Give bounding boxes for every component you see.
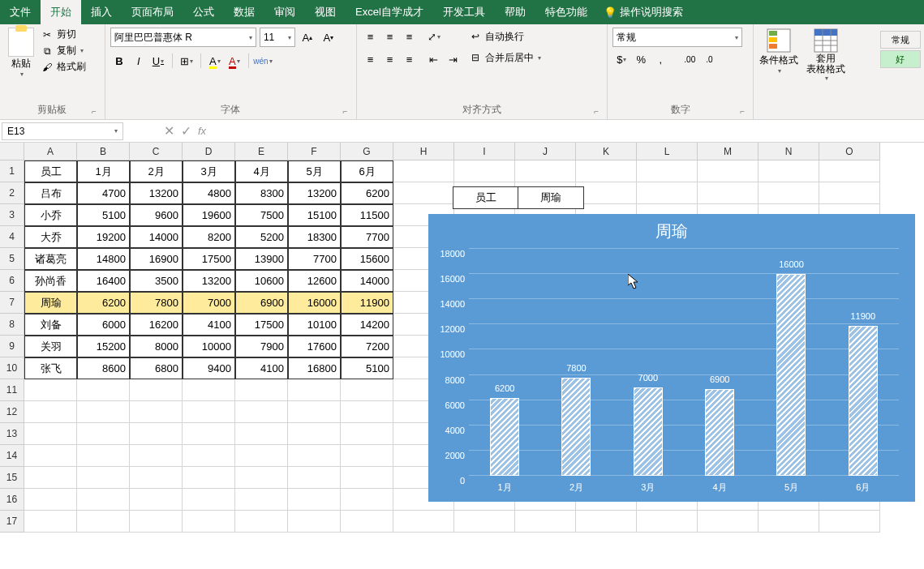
dialog-launcher-icon[interactable]: ⌐ [594,107,604,117]
cell[interactable] [819,182,880,204]
col-header-N[interactable]: N [759,143,819,160]
tab-帮助[interactable]: 帮助 [495,0,535,24]
cell[interactable] [183,423,235,445]
increase-decimal-icon[interactable]: .00 [681,50,698,68]
cell[interactable]: 4100 [235,357,288,379]
cells-container[interactable]: 员工1月2月3月4月5月6月吕布470013200480083001320062… [24,160,924,569]
cell[interactable] [183,467,235,489]
cell[interactable]: 6800 [130,357,183,379]
borders-button[interactable]: ⊞▾ [178,52,196,70]
merge-center-button[interactable]: ⊟合并后居中▾ [469,49,541,66]
pinyin-button[interactable]: wén▾ [254,52,272,70]
cell[interactable]: 刘备 [24,314,77,336]
cell[interactable]: 周瑜 [24,292,77,314]
row-header-5[interactable]: 5 [0,248,24,270]
number-format-select[interactable]: 常规▾ [612,28,742,47]
align-middle-icon[interactable]: ≡ [381,28,399,45]
tab-页面布局[interactable]: 页面布局 [122,0,183,24]
cell[interactable]: 4800 [183,182,235,204]
cell[interactable]: 13200 [288,182,341,204]
cell[interactable]: 16000 [288,292,341,314]
cell[interactable] [637,160,698,182]
cell[interactable] [235,489,288,511]
align-right-icon[interactable]: ≡ [401,50,419,68]
tab-审阅[interactable]: 审阅 [264,0,305,24]
cell[interactable] [130,423,183,445]
col-header-G[interactable]: G [341,143,393,160]
cell[interactable] [341,489,393,511]
cell[interactable]: 8300 [235,182,288,204]
cell[interactable] [183,379,235,401]
cell[interactable]: 7200 [341,336,393,357]
bar[interactable]: 6200 [480,398,529,476]
cell[interactable] [759,511,819,533]
cell[interactable] [288,379,341,401]
col-header-K[interactable]: K [576,143,637,160]
cell[interactable]: 8000 [130,336,183,357]
cell[interactable]: 员工 [24,160,77,182]
cell[interactable]: 6900 [235,292,288,314]
bar[interactable]: 16000 [767,274,815,476]
cell[interactable] [393,511,454,533]
cell[interactable]: 5100 [341,357,393,379]
cell[interactable]: 14200 [341,314,393,336]
cell[interactable]: 1月 [77,160,130,182]
cell[interactable]: 15100 [288,204,341,226]
style-good[interactable]: 好 [880,50,921,68]
cell[interactable]: 5月 [288,160,341,182]
cell[interactable] [288,489,341,511]
cell[interactable] [393,182,454,204]
cell[interactable]: 18300 [288,226,341,248]
col-header-H[interactable]: H [393,143,454,160]
format-as-table-button[interactable]: 套用 表格格式▾ [806,28,846,82]
cell[interactable]: 16900 [130,248,183,270]
cell[interactable]: 11500 [341,204,393,226]
cell[interactable]: 吕布 [24,182,77,204]
tab-特色功能[interactable]: 特色功能 [535,0,597,24]
cell[interactable]: 9400 [183,357,235,379]
cell[interactable] [77,379,130,401]
cell[interactable]: 4700 [77,182,130,204]
cell[interactable] [24,423,77,445]
tab-开发工具[interactable]: 开发工具 [433,0,495,24]
cell[interactable] [341,379,393,401]
row-header-16[interactable]: 16 [0,489,24,511]
cell[interactable]: 6200 [77,292,130,314]
comma-button[interactable]: , [651,50,669,68]
align-bottom-icon[interactable]: ≡ [401,28,419,45]
cell[interactable]: 8200 [183,226,235,248]
cancel-icon[interactable]: ✕ [164,123,174,139]
row-header-6[interactable]: 6 [0,270,24,292]
font-color-button[interactable]: A▾ [226,52,243,70]
row-header-15[interactable]: 15 [0,467,24,489]
cell[interactable] [130,511,183,533]
row-header-13[interactable]: 13 [0,423,24,445]
cell[interactable]: 19600 [183,204,235,226]
chart[interactable]: 周瑜 1800016000140001200010000800060004000… [428,214,915,502]
cell[interactable]: 小乔 [24,204,77,226]
paste-button[interactable]: 粘贴 ▾ [5,28,37,78]
cell[interactable]: 10100 [288,314,341,336]
cell[interactable]: 5100 [77,204,130,226]
bar[interactable]: 7000 [624,387,673,476]
tab-开始[interactable]: 开始 [41,0,81,24]
cell[interactable]: 7500 [235,204,288,226]
cell[interactable]: 2月 [130,160,183,182]
col-header-J[interactable]: J [515,143,576,160]
tab-插入[interactable]: 插入 [81,0,122,24]
row-header-3[interactable]: 3 [0,204,24,226]
align-left-icon[interactable]: ≡ [362,50,380,68]
cell[interactable] [77,423,130,445]
cell[interactable]: 12600 [288,270,341,292]
col-header-B[interactable]: B [77,143,130,160]
cell[interactable] [24,489,77,511]
tab-Excel自学成才[interactable]: Excel自学成才 [346,0,433,24]
cell[interactable] [288,467,341,489]
cell[interactable] [759,182,819,204]
percent-button[interactable]: % [632,50,650,68]
cell[interactable] [130,445,183,467]
cell[interactable]: 16400 [77,270,130,292]
formula-input[interactable] [214,122,924,140]
cell[interactable] [698,182,759,204]
bar[interactable]: 6900 [695,389,744,476]
